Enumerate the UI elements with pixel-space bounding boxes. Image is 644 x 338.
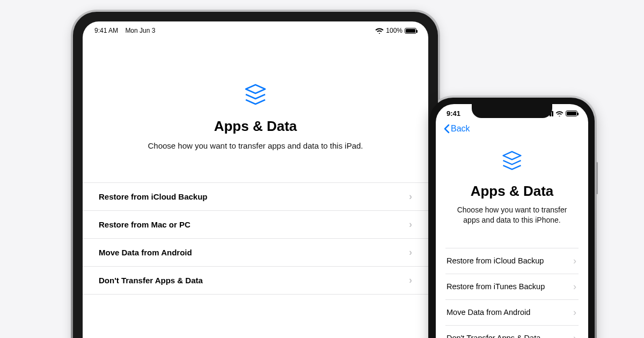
chevron-right-icon: › (573, 281, 576, 292)
option-move-android[interactable]: Move Data from Android › (83, 239, 428, 267)
iphone-notch (472, 104, 552, 118)
option-restore-itunes[interactable]: Restore from iTunes Backup › (445, 274, 579, 300)
page-subtitle: Choose how you want to transfer apps and… (445, 205, 579, 225)
wifi-icon (555, 111, 564, 116)
iphone-setup-content: Apps & Data Choose how you want to trans… (436, 134, 588, 338)
iphone-screen: 9:41 Back (436, 104, 588, 338)
page-subtitle: Choose how you want to transfer apps and… (83, 141, 428, 150)
chevron-right-icon: › (573, 307, 576, 318)
battery-percent: 100% (386, 27, 402, 34)
back-button[interactable]: Back (443, 124, 581, 134)
battery-icon (405, 28, 416, 34)
option-restore-icloud[interactable]: Restore from iCloud Backup › (445, 248, 579, 274)
chevron-right-icon: › (409, 191, 412, 202)
iphone-nav-bar: Back (436, 117, 588, 134)
option-dont-transfer[interactable]: Don't Transfer Apps & Data › (445, 326, 579, 338)
status-date: Mon Jun 3 (125, 27, 155, 34)
option-label: Move Data from Android (99, 248, 192, 257)
status-time: 9:41 AM (94, 27, 118, 34)
apps-data-icon (83, 83, 428, 108)
option-label: Restore from iCloud Backup (99, 192, 208, 201)
option-label: Restore from iTunes Backup (447, 282, 545, 291)
ipad-status-bar: 9:41 AM Mon Jun 3 100% (83, 21, 428, 34)
page-title: Apps & Data (83, 118, 428, 135)
iphone-option-list: Restore from iCloud Backup › Restore fro… (445, 248, 579, 338)
option-label: Don't Transfer Apps & Data (447, 334, 540, 338)
option-move-android[interactable]: Move Data from Android › (445, 300, 579, 326)
ipad-option-list: Restore from iCloud Backup › Restore fro… (83, 182, 428, 295)
status-left: 9:41 AM Mon Jun 3 (94, 27, 155, 34)
option-label: Move Data from Android (447, 308, 530, 317)
option-label: Restore from Mac or PC (99, 220, 191, 229)
chevron-right-icon: › (573, 255, 576, 267)
chevron-right-icon: › (409, 219, 412, 230)
ipad-screen: 9:41 AM Mon Jun 3 100% (83, 21, 428, 338)
apps-data-icon (445, 150, 579, 173)
option-dont-transfer[interactable]: Don't Transfer Apps & Data › (83, 267, 428, 295)
page-title: Apps & Data (445, 183, 579, 200)
option-restore-mac-pc[interactable]: Restore from Mac or PC › (83, 211, 428, 239)
option-restore-icloud[interactable]: Restore from iCloud Backup › (83, 183, 428, 211)
ipad-setup-content: Apps & Data Choose how you want to trans… (83, 34, 428, 295)
chevron-right-icon: › (409, 275, 412, 286)
option-label: Don't Transfer Apps & Data (99, 276, 203, 285)
iphone-device-frame: 9:41 Back (429, 98, 595, 338)
chevron-right-icon: › (573, 333, 576, 338)
chevron-left-icon (443, 124, 450, 134)
status-time: 9:41 (447, 109, 460, 117)
chevron-right-icon: › (409, 247, 412, 258)
battery-icon (566, 111, 577, 116)
wifi-icon (375, 27, 384, 34)
ipad-device-frame: 9:41 AM Mon Jun 3 100% (73, 12, 438, 338)
option-label: Restore from iCloud Backup (447, 256, 544, 265)
back-label: Back (451, 124, 470, 134)
